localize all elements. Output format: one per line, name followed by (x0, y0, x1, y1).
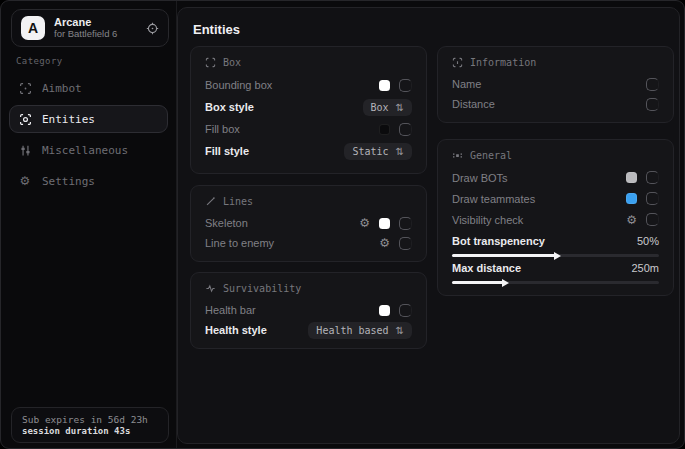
slider-thumb[interactable] (502, 279, 509, 287)
panel-header-label: General (470, 150, 512, 161)
setting-row-health-style: Health style Health based ⇅ (205, 320, 412, 340)
chevron-updown-icon: ⇅ (396, 325, 404, 336)
box-style-dropdown[interactable]: Box ⇅ (363, 99, 412, 116)
panel-lines: Lines Skeleton ⚙ Line to enemy ⚙ (190, 185, 427, 262)
aimbot-crosshair-icon (18, 82, 32, 95)
setting-label: Skeleton (205, 217, 248, 229)
setting-label: Fill box (205, 123, 240, 135)
chevron-updown-icon: ⇅ (396, 146, 404, 157)
panel-information: Information Name Distance (437, 46, 674, 123)
panel-survivability: Survivability Health bar Health style He… (190, 272, 427, 349)
sidebar-item-miscellaneous[interactable]: Miscellaneous (9, 136, 168, 164)
info-scan-icon (452, 57, 463, 68)
checkbox[interactable] (399, 237, 412, 250)
setting-row-visibility-check: Visibility check ⚙ (452, 209, 659, 230)
color-swatch[interactable] (379, 218, 390, 229)
checkbox[interactable] (646, 213, 659, 226)
setting-row-fill-style: Fill style Static ⇅ (205, 140, 412, 162)
health-style-dropdown[interactable]: Health based ⇅ (308, 322, 412, 339)
fill-style-dropdown[interactable]: Static ⇅ (344, 143, 412, 160)
app-subtitle: for Battlefield 6 (54, 29, 137, 40)
panel-general-header: General (452, 150, 659, 161)
sub-expiry-text: Sub expires in 56d 23h (22, 414, 158, 425)
setting-label: Line to enemy (205, 237, 274, 249)
pulse-icon (205, 283, 216, 294)
dropdown-value: Health based (316, 325, 388, 336)
panel-header-label: Survivability (223, 283, 301, 294)
page-title: Entities (193, 22, 240, 37)
setting-label: Max distance (452, 262, 521, 274)
gear-icon[interactable]: ⚙ (626, 214, 637, 226)
entities-eye-icon (18, 113, 32, 126)
panel-general: General Draw BOTs Draw teammates Visibil… (437, 139, 674, 296)
box-corners-icon (205, 57, 216, 68)
grid-icon (452, 150, 463, 161)
app-name: Arcane (54, 16, 137, 29)
sidebar-item-entities[interactable]: Entities (9, 105, 168, 133)
slider-value: 50% (637, 235, 659, 247)
sidebar-item-label: Settings (42, 175, 95, 188)
color-swatch[interactable] (379, 124, 390, 135)
setting-slider-bot-transparency: Bot transpenency 50% (452, 232, 659, 257)
setting-label: Health style (205, 324, 267, 336)
checkbox[interactable] (399, 79, 412, 92)
checkbox[interactable] (646, 78, 659, 91)
panel-header-label: Box (223, 57, 241, 68)
panel-lines-header: Lines (205, 196, 412, 207)
gear-icon[interactable]: ⚙ (379, 237, 390, 249)
main-content: Entities Box Bounding box Box style Box (177, 7, 680, 444)
chevron-updown-icon: ⇅ (396, 102, 404, 113)
slider-thumb[interactable] (554, 252, 561, 260)
setting-label: Visibility check (452, 214, 523, 226)
max-distance-slider[interactable] (452, 281, 659, 284)
sidebar: A Arcane for Battlefield 6 Category (1, 1, 177, 448)
dropdown-value: Static (352, 146, 388, 157)
setting-label: Draw BOTs (452, 172, 508, 184)
setting-label: Box style (205, 101, 254, 113)
setting-row-name: Name (452, 74, 659, 94)
setting-row-box-style: Box style Box ⇅ (205, 96, 412, 118)
setting-row-draw-bots: Draw BOTs (452, 167, 659, 188)
app-window: A Arcane for Battlefield 6 Category (0, 0, 685, 449)
color-swatch[interactable] (379, 80, 390, 91)
setting-row-bounding-box: Bounding box (205, 74, 412, 96)
setting-row-fill-box: Fill box (205, 118, 412, 140)
diagonal-line-icon (205, 196, 216, 207)
app-header-card: A Arcane for Battlefield 6 (11, 9, 169, 47)
setting-label: Bounding box (205, 79, 272, 91)
checkbox[interactable] (646, 171, 659, 184)
setting-row-draw-teammates: Draw teammates (452, 188, 659, 209)
gear-icon: ⚙ (18, 175, 32, 187)
color-swatch[interactable] (626, 172, 637, 183)
subscription-info-card: Sub expires in 56d 23h session duration … (11, 407, 169, 443)
checkbox[interactable] (646, 98, 659, 111)
panel-box-header: Box (205, 57, 412, 68)
gear-icon[interactable]: ⚙ (359, 217, 370, 229)
panel-header-label: Lines (223, 196, 253, 207)
dropdown-value: Box (371, 102, 389, 113)
sidebar-item-aimbot[interactable]: Aimbot (9, 74, 168, 102)
setting-slider-max-distance: Max distance 250m (452, 259, 659, 284)
setting-label: Name (452, 78, 481, 90)
setting-label: Bot transpenency (452, 235, 545, 247)
panel-survivability-header: Survivability (205, 283, 412, 294)
checkbox[interactable] (399, 217, 412, 230)
sidebar-item-label: Miscellaneous (42, 144, 128, 157)
panel-information-header: Information (452, 57, 659, 68)
color-swatch[interactable] (379, 305, 390, 316)
color-swatch[interactable] (626, 193, 637, 204)
sidebar-item-settings[interactable]: ⚙ Settings (9, 167, 168, 195)
setting-row-skeleton: Skeleton ⚙ (205, 213, 412, 233)
setting-row-health-bar: Health bar (205, 300, 412, 320)
setting-row-line-to-enemy: Line to enemy ⚙ (205, 233, 412, 253)
panel-header-label: Information (470, 57, 536, 68)
checkbox[interactable] (399, 304, 412, 317)
setting-label: Distance (452, 98, 495, 110)
crosshair-target-icon[interactable] (146, 22, 159, 35)
checkbox[interactable] (399, 123, 412, 136)
app-logo: A (21, 16, 45, 40)
bot-transparency-slider[interactable] (452, 254, 659, 257)
setting-label: Draw teammates (452, 193, 535, 205)
category-label: Category (16, 56, 63, 66)
checkbox[interactable] (646, 192, 659, 205)
